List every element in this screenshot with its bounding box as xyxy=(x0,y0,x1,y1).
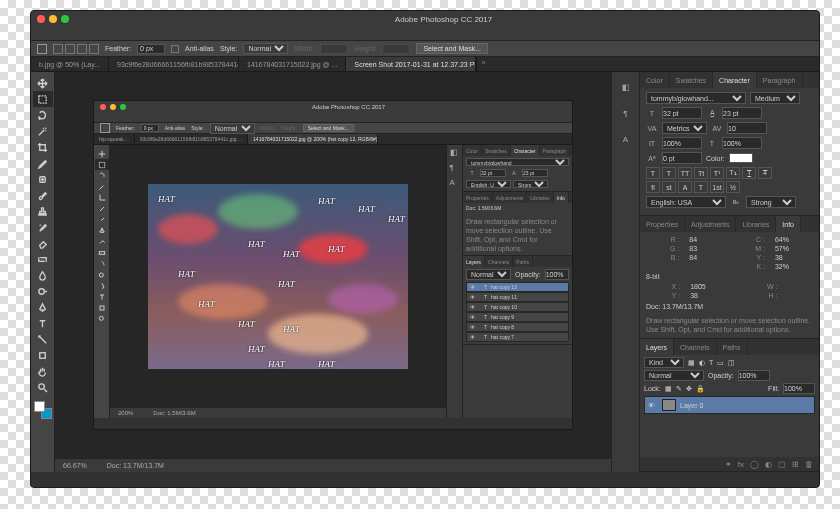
lock-all-icon[interactable]: 🔒 xyxy=(696,385,705,393)
leading-input[interactable] xyxy=(722,107,762,119)
allcaps-button[interactable]: TT xyxy=(678,167,692,179)
blur-tool-icon[interactable] xyxy=(33,267,53,283)
baseline-input[interactable] xyxy=(662,152,702,164)
paragraph-tab[interactable]: Paragraph xyxy=(757,72,803,88)
doc-tab[interactable]: b.jpg @ 50% (Lay... xyxy=(31,57,109,71)
hscale-input[interactable] xyxy=(722,137,762,149)
fill-input[interactable] xyxy=(783,383,815,394)
filter-pixel-icon[interactable]: ▦ xyxy=(688,359,695,367)
filter-type-icon[interactable]: T xyxy=(709,359,713,366)
add-selection-icon[interactable] xyxy=(65,44,75,54)
selection-mode-icons[interactable] xyxy=(53,44,99,54)
glyphs-panel-icon[interactable]: A xyxy=(617,130,635,148)
tracking-input[interactable] xyxy=(727,122,767,134)
zoom-icon[interactable] xyxy=(61,15,69,23)
layer-kind-select[interactable]: Kind xyxy=(644,357,684,368)
intersect-selection-icon[interactable] xyxy=(89,44,99,54)
history-brush-icon[interactable] xyxy=(33,219,53,235)
group-icon[interactable]: ▢ xyxy=(778,460,786,469)
marquee-preset-icon[interactable] xyxy=(37,44,47,54)
crop-tool-icon[interactable] xyxy=(33,139,53,155)
adjustments-tab[interactable]: Adjustments xyxy=(685,216,737,232)
stamp-tool-icon[interactable] xyxy=(33,203,53,219)
select-and-mask-button[interactable]: Select and Mask... xyxy=(416,43,488,54)
fg-color-icon[interactable] xyxy=(34,401,45,412)
new-layer-icon[interactable]: ⊞ xyxy=(792,460,799,469)
canvas[interactable]: Adobe Photoshop CC 2017 Feather: Anti-al… xyxy=(55,72,611,458)
layers-tab[interactable]: Layers xyxy=(640,339,674,355)
doc-tab[interactable]: 1416784031715022.jpg @ ... xyxy=(239,57,346,71)
opentype-button[interactable]: fi xyxy=(646,181,660,193)
feather-input[interactable] xyxy=(137,44,165,54)
wand-tool-icon[interactable] xyxy=(33,123,53,139)
kerning-select[interactable]: Metrics xyxy=(662,122,707,134)
brush-tool-icon[interactable] xyxy=(33,187,53,203)
swatches-tab[interactable]: Swatches xyxy=(670,72,713,88)
layer-name[interactable]: Layer 0 xyxy=(680,402,703,409)
color-swatches[interactable] xyxy=(34,401,52,419)
strike-button[interactable]: T̶ xyxy=(758,167,772,179)
blend-mode-select[interactable]: Normal xyxy=(644,370,704,381)
opentype-button[interactable]: 1st xyxy=(710,181,724,193)
antialias-checkbox[interactable] xyxy=(171,45,179,53)
font-select[interactable]: tommyb/glowhand... xyxy=(646,92,746,104)
type-tool-icon[interactable] xyxy=(33,315,53,331)
underline-button[interactable]: T̲ xyxy=(742,167,756,179)
lock-trans-icon[interactable]: ▦ xyxy=(665,385,672,393)
info-tab[interactable]: Info xyxy=(776,216,801,232)
properties-tab[interactable]: Properties xyxy=(640,216,685,232)
smallcaps-button[interactable]: Tt xyxy=(694,167,708,179)
path-tool-icon[interactable] xyxy=(33,331,53,347)
tab-overflow-icon[interactable]: » xyxy=(476,57,489,71)
antialias-select[interactable]: Strong xyxy=(746,196,796,208)
link-layers-icon[interactable]: ⚭ xyxy=(725,460,732,469)
lock-paint-icon[interactable]: ✎ xyxy=(676,385,682,393)
mask-icon[interactable]: ◯ xyxy=(750,460,759,469)
filter-smart-icon[interactable]: ◫ xyxy=(728,359,735,367)
doc-tab-active[interactable]: Screen Shot 2017-01-31 at 12.37.23 PM.pn… xyxy=(346,57,476,71)
paragraph-panel-icon[interactable]: ¶ xyxy=(617,104,635,122)
marquee-tool-icon[interactable] xyxy=(33,91,53,107)
adjustment-icon[interactable]: ◐ xyxy=(765,460,772,469)
italic-button[interactable]: T xyxy=(662,167,676,179)
shape-tool-icon[interactable] xyxy=(33,347,53,363)
close-icon[interactable] xyxy=(37,15,45,23)
color-tab[interactable]: Color xyxy=(640,72,670,88)
dodge-tool-icon[interactable] xyxy=(33,283,53,299)
superscript-button[interactable]: T¹ xyxy=(710,167,724,179)
minimize-icon[interactable] xyxy=(49,15,57,23)
eraser-tool-icon[interactable] xyxy=(33,235,53,251)
font-style-select[interactable]: Medium xyxy=(750,92,800,104)
zoom-tool-icon[interactable] xyxy=(33,379,53,395)
libraries-tab[interactable]: Libraries xyxy=(736,216,776,232)
layer-thumbnail[interactable] xyxy=(662,399,676,411)
menubar[interactable] xyxy=(31,27,819,41)
opentype-button[interactable]: st xyxy=(662,181,676,193)
lang-select[interactable]: English: USA xyxy=(646,196,726,208)
lock-pos-icon[interactable]: ✥ xyxy=(686,385,692,393)
layer-row[interactable]: 👁 Layer 0 xyxy=(644,396,815,414)
lasso-tool-icon[interactable] xyxy=(33,107,53,123)
new-selection-icon[interactable] xyxy=(53,44,63,54)
text-color-swatch[interactable] xyxy=(729,153,753,163)
subscript-button[interactable]: T₁ xyxy=(726,167,740,179)
style-select[interactable]: Normal xyxy=(243,43,288,54)
filter-adj-icon[interactable]: ◐ xyxy=(699,359,705,367)
font-size-input[interactable] xyxy=(662,107,702,119)
channels-tab[interactable]: Channels xyxy=(674,339,717,355)
filter-shape-icon[interactable]: ▭ xyxy=(717,359,724,367)
gradient-tool-icon[interactable] xyxy=(33,251,53,267)
paths-tab[interactable]: Paths xyxy=(717,339,748,355)
subtract-selection-icon[interactable] xyxy=(77,44,87,54)
bold-button[interactable]: T xyxy=(646,167,660,179)
opentype-button[interactable]: ½ xyxy=(726,181,740,193)
hand-tool-icon[interactable] xyxy=(33,363,53,379)
character-tab[interactable]: Character xyxy=(713,72,757,88)
opentype-button[interactable]: A xyxy=(678,181,692,193)
move-tool-icon[interactable] xyxy=(33,75,53,91)
trash-icon[interactable]: 🗑 xyxy=(805,460,813,469)
heal-tool-icon[interactable] xyxy=(33,171,53,187)
opentype-button[interactable]: T xyxy=(694,181,708,193)
eyedropper-tool-icon[interactable] xyxy=(33,155,53,171)
fx-icon[interactable]: fx xyxy=(738,460,744,469)
